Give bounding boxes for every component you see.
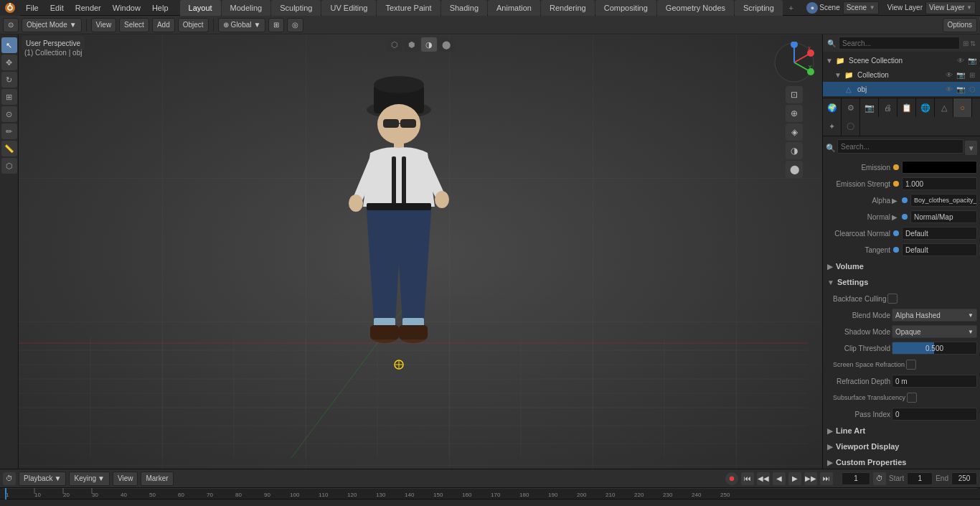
tab-texture-paint[interactable]: Texture Paint bbox=[377, 0, 440, 16]
solid-mode-btn[interactable]: ⬢ bbox=[404, 37, 420, 52]
tool-add-cube[interactable]: ⬡ bbox=[1, 158, 17, 174]
tab-shading[interactable]: Shading bbox=[441, 0, 487, 16]
clearcoat-value[interactable]: Default bbox=[902, 227, 977, 240]
record-button[interactable]: ⏺ bbox=[725, 472, 738, 485]
emission-strength-value[interactable]: 1.000 bbox=[902, 177, 977, 190]
tangent-dot[interactable] bbox=[893, 247, 899, 253]
add-workspace-button[interactable]: + bbox=[783, 0, 799, 16]
viewport-nav-perspective[interactable]: ⊡ bbox=[786, 86, 803, 103]
viewport-display-section-header[interactable]: ▶ Viewport Display bbox=[826, 439, 977, 454]
props-search-input[interactable] bbox=[837, 139, 963, 154]
proportional-edit-toggle[interactable]: ◎ bbox=[287, 18, 303, 32]
pass-index-value[interactable]: 0 bbox=[892, 408, 977, 421]
menu-help[interactable]: Help bbox=[146, 0, 174, 16]
marker-menu[interactable]: Marker bbox=[141, 472, 173, 486]
obj-render-icon[interactable]: 📷 bbox=[956, 84, 966, 94]
obj-visibility-icon[interactable]: 👁 bbox=[944, 84, 954, 94]
visibility-icon[interactable]: 👁 bbox=[956, 55, 966, 65]
viewport-nav-local-global[interactable]: ⊕ bbox=[786, 105, 803, 122]
tool-rotate[interactable]: ↻ bbox=[1, 72, 17, 88]
prop-icon-physics[interactable]: 〇 bbox=[842, 117, 860, 136]
line-art-section-header[interactable]: ▶ Line Art bbox=[826, 423, 977, 438]
viewport-shading-mode[interactable]: ⬤ bbox=[786, 161, 803, 178]
tool-measure[interactable]: 📏 bbox=[1, 141, 17, 156]
tab-uv-editing[interactable]: UV Editing bbox=[321, 0, 376, 16]
jump-start-button[interactable]: ⏮ bbox=[741, 472, 754, 485]
view-layer-dropdown[interactable]: View Layer ▼ bbox=[925, 1, 976, 14]
alpha-dot[interactable] bbox=[902, 197, 908, 203]
keying-menu[interactable]: Keying ▼ bbox=[69, 472, 109, 486]
tab-scripting[interactable]: Scripting bbox=[735, 0, 783, 16]
outliner-item-collection[interactable]: ▼ 📁 Collection 👁 📷 ⊞ bbox=[823, 67, 980, 82]
collection-visibility-icon[interactable]: 👁 bbox=[944, 70, 954, 80]
orientation-gizmo[interactable]: X Y Z bbox=[773, 42, 815, 83]
screen-space-checkbox[interactable] bbox=[906, 360, 916, 370]
wireframe-mode-btn[interactable]: ⬡ bbox=[387, 37, 402, 52]
tab-compositing[interactable]: Compositing bbox=[595, 0, 656, 16]
select-menu-button[interactable]: Select bbox=[119, 18, 149, 32]
prop-icon-output[interactable]: 🖨 bbox=[879, 98, 897, 117]
menu-render[interactable]: Render bbox=[70, 0, 107, 16]
jump-end-button[interactable]: ⏭ bbox=[820, 472, 833, 485]
blender-logo[interactable] bbox=[0, 0, 20, 16]
tab-geometry-nodes[interactable]: Geometry Nodes bbox=[657, 0, 734, 16]
outliner-sort-icon[interactable]: ⇅ bbox=[970, 39, 976, 47]
blend-mode-dropdown[interactable]: Alpha Hashed ▼ bbox=[892, 309, 977, 322]
volume-section-header[interactable]: ▶ Volume bbox=[826, 259, 977, 273]
start-frame-input[interactable]: 1 bbox=[907, 472, 933, 485]
menu-file[interactable]: File bbox=[20, 0, 44, 16]
alpha-value[interactable]: Boy_clothes_opacity_... bbox=[910, 194, 977, 207]
transform-space-dropdown[interactable]: ⊕ Global ▼ bbox=[218, 18, 266, 32]
clock-icon[interactable]: ⏱ bbox=[873, 472, 886, 485]
viewport-nav-overlay[interactable]: ◈ bbox=[786, 123, 803, 141]
tab-modeling[interactable]: Modeling bbox=[222, 0, 271, 16]
prop-icon-render[interactable]: 📷 bbox=[860, 98, 879, 117]
prop-icon-world[interactable]: 🌐 bbox=[916, 98, 935, 117]
clearcoat-dot[interactable] bbox=[893, 230, 899, 236]
refraction-depth-value[interactable]: 0 m bbox=[892, 375, 977, 388]
backface-culling-checkbox[interactable] bbox=[887, 294, 897, 304]
end-frame-input[interactable]: 250 bbox=[951, 472, 977, 485]
scene-dropdown[interactable]: Scene ▼ bbox=[843, 1, 879, 14]
play-button[interactable]: ▶ bbox=[788, 472, 801, 485]
settings-section-header[interactable]: ▼ Settings bbox=[826, 275, 977, 289]
view-menu[interactable]: View bbox=[113, 472, 138, 486]
outliner-item-obj[interactable]: △ obj 👁 📷 ⬡ bbox=[823, 82, 980, 96]
prop-icon-object[interactable]: △ bbox=[935, 98, 953, 117]
prop-icon-scene-settings[interactable]: ⚙ bbox=[842, 98, 860, 117]
alpha-expand-icon[interactable]: ▶ bbox=[892, 197, 899, 205]
outliner-filter-icon[interactable]: ⊞ bbox=[963, 39, 969, 47]
shadow-mode-dropdown[interactable]: Opaque ▼ bbox=[892, 325, 977, 338]
tool-annotate[interactable]: ✏ bbox=[1, 123, 17, 139]
add-menu-button[interactable]: Add bbox=[152, 18, 175, 32]
step-backward-button[interactable]: ◀◀ bbox=[757, 472, 770, 485]
clip-threshold-value[interactable]: 0.500 bbox=[892, 342, 977, 355]
tool-scale[interactable]: ⊞ bbox=[1, 89, 17, 105]
prop-icon-scene[interactable]: 🌍 bbox=[823, 98, 842, 117]
tab-rendering[interactable]: Rendering bbox=[541, 0, 595, 16]
outliner-search-input[interactable] bbox=[839, 37, 960, 50]
emission-strength-dot[interactable] bbox=[893, 181, 899, 187]
transform-pivot-button[interactable]: ⊙ bbox=[3, 18, 19, 32]
obj-material-icon[interactable]: ⬡ bbox=[967, 84, 977, 94]
props-search-dropdown[interactable]: ▼ bbox=[965, 141, 977, 155]
menu-edit[interactable]: Edit bbox=[44, 0, 70, 16]
tangent-value[interactable]: Default bbox=[902, 243, 977, 256]
collection-render-icon[interactable]: 📷 bbox=[956, 70, 966, 80]
collection-filter-icon[interactable]: ⊞ bbox=[967, 70, 977, 80]
tool-transform[interactable]: ⊙ bbox=[1, 106, 17, 122]
subsurface-checkbox[interactable] bbox=[907, 393, 917, 403]
emission-color-swatch[interactable] bbox=[902, 161, 977, 174]
timeline-track[interactable] bbox=[0, 500, 980, 506]
view-menu-button[interactable]: View bbox=[91, 18, 117, 32]
menu-window[interactable]: Window bbox=[107, 0, 146, 16]
render-icon[interactable]: 📷 bbox=[967, 55, 977, 65]
current-frame-input[interactable]: 1 bbox=[842, 472, 870, 485]
tab-animation[interactable]: Animation bbox=[488, 0, 540, 16]
timeline-editor-icon[interactable]: ⏱ bbox=[3, 472, 16, 485]
step-forward-button[interactable]: ▶▶ bbox=[804, 472, 817, 485]
play-backward-button[interactable]: ◀ bbox=[773, 472, 786, 485]
snap-toggle[interactable]: ⊞ bbox=[268, 18, 284, 32]
options-button[interactable]: Options bbox=[943, 18, 977, 32]
custom-properties-section-header[interactable]: ▶ Custom Properties bbox=[826, 455, 977, 469]
